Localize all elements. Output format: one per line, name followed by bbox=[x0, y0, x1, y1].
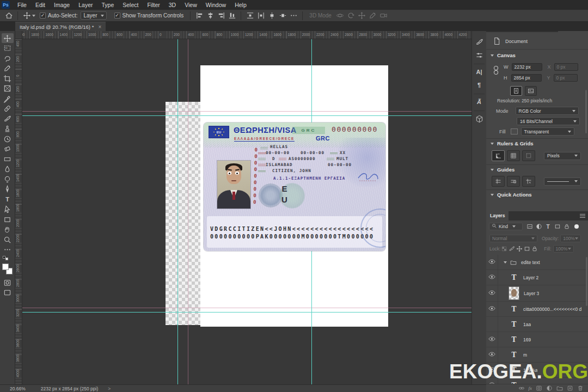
foreground-color-swatch[interactable] bbox=[2, 264, 9, 270]
ruler-origin-corner[interactable] bbox=[15, 31, 22, 39]
lock-guides-icon[interactable] bbox=[507, 176, 520, 187]
shape-tool[interactable] bbox=[2, 215, 14, 224]
quick-selection-tool[interactable] bbox=[2, 64, 14, 74]
toggle-guides-icon[interactable] bbox=[492, 176, 505, 187]
brush-tool[interactable] bbox=[2, 114, 14, 124]
bit-depth-dropdown[interactable]: 16 Bits/Channel bbox=[517, 117, 580, 125]
menu-item[interactable]: 3D bbox=[164, 0, 180, 10]
default-colors-icon[interactable] bbox=[3, 256, 8, 260]
pen-tool[interactable] bbox=[2, 185, 14, 194]
eyedropper-tool[interactable] bbox=[2, 94, 14, 103]
layer-style-icon[interactable]: fx bbox=[529, 385, 532, 391]
filter-shape-layers-icon[interactable] bbox=[553, 223, 562, 230]
vertical-ruler[interactable]: 4002000200400600800100012001400160018002… bbox=[15, 39, 22, 384]
align-left-icon[interactable] bbox=[194, 11, 205, 21]
document-tab[interactable]: Italy id.psd @ 20.7% (RGB/16) * × bbox=[15, 22, 106, 31]
quick-mask-icon[interactable] bbox=[2, 278, 14, 287]
group-expand-chevron-icon[interactable] bbox=[504, 261, 507, 264]
toggle-grid-icon[interactable] bbox=[507, 150, 520, 161]
layers-scrollbar[interactable] bbox=[586, 257, 587, 306]
layers-panel-menu-icon[interactable] bbox=[580, 214, 585, 218]
auto-select-checkbox[interactable]: ✓ bbox=[40, 13, 46, 19]
lock-artboard-icon[interactable] bbox=[523, 245, 531, 253]
visibility-eye-empty[interactable] bbox=[486, 317, 498, 332]
fill-dropdown[interactable]: Transparent bbox=[521, 127, 574, 136]
lock-transparency-icon[interactable] bbox=[500, 245, 508, 253]
menu-item[interactable]: Help bbox=[230, 0, 251, 10]
menu-item[interactable]: Layer bbox=[74, 0, 97, 10]
link-layers-icon[interactable] bbox=[518, 385, 525, 391]
menu-item[interactable]: View bbox=[180, 0, 201, 10]
new-layer-icon[interactable] bbox=[567, 385, 573, 391]
delete-layer-icon[interactable] bbox=[577, 385, 584, 391]
landscape-orientation-icon[interactable] bbox=[525, 86, 537, 96]
lasso-tool[interactable] bbox=[2, 53, 14, 63]
height-field[interactable]: 2854 px bbox=[511, 74, 542, 82]
zoom-tool[interactable] bbox=[2, 235, 14, 244]
layer-row-group[interactable]: edite text bbox=[486, 255, 588, 270]
toolbar-collapse-icon[interactable]: » bbox=[0, 44, 7, 53]
portrait-orientation-icon[interactable] bbox=[510, 86, 522, 96]
units-dropdown[interactable]: Pixels bbox=[544, 152, 581, 160]
layer-row[interactable]: T 169 bbox=[486, 332, 588, 347]
dodge-tool[interactable] bbox=[2, 174, 14, 184]
distribute-vertical-icon[interactable] bbox=[255, 11, 266, 21]
canvas-section-header[interactable]: Canvas bbox=[486, 52, 588, 58]
menu-item[interactable]: Type bbox=[97, 0, 118, 10]
menu-item[interactable]: Image bbox=[50, 0, 74, 10]
guide-style-dropdown[interactable] bbox=[544, 177, 581, 186]
filter-pixel-layers-icon[interactable] bbox=[525, 223, 534, 230]
layer-row[interactable]: Layer 3 bbox=[486, 285, 588, 302]
menu-item[interactable]: Filter bbox=[143, 0, 164, 10]
visibility-eye-icon[interactable] bbox=[486, 270, 498, 285]
gradient-tool[interactable] bbox=[2, 154, 14, 164]
clone-stamp-tool[interactable] bbox=[2, 124, 14, 134]
visibility-eye-icon[interactable] bbox=[486, 347, 498, 362]
move-tool-option-icon[interactable] bbox=[21, 11, 32, 21]
crop-tool[interactable] bbox=[2, 74, 14, 83]
zoom-level[interactable]: 20.66% bbox=[10, 386, 26, 391]
adjustment-layer-icon[interactable] bbox=[546, 385, 553, 391]
guides-header[interactable]: Guides bbox=[486, 167, 588, 173]
color-swatches[interactable] bbox=[2, 264, 14, 278]
healing-brush-tool[interactable] bbox=[2, 104, 14, 114]
menu-item[interactable]: File bbox=[13, 0, 31, 10]
3d-panel-icon[interactable] bbox=[473, 113, 486, 125]
filter-adjustment-layers-icon[interactable] bbox=[534, 223, 543, 230]
horizontal-ruler[interactable]: 2000180016001400120010008006004002000200… bbox=[15, 31, 471, 39]
distribute-middle-icon[interactable] bbox=[277, 11, 288, 21]
blur-tool[interactable] bbox=[2, 164, 14, 174]
distribute-top-icon[interactable] bbox=[266, 11, 277, 21]
distribute-horizontal-icon[interactable] bbox=[244, 11, 255, 21]
align-bottom-icon[interactable] bbox=[226, 11, 237, 21]
menu-item[interactable]: Select bbox=[118, 0, 143, 10]
toggle-snap-icon[interactable] bbox=[522, 150, 535, 161]
paragraph-panel-icon[interactable]: ¶ bbox=[473, 79, 486, 91]
character-panel-icon[interactable]: A| bbox=[473, 66, 486, 78]
kind-filter-dropdown[interactable]: Kind bbox=[489, 223, 523, 230]
color-mode-dropdown[interactable]: RGB Color bbox=[516, 107, 579, 115]
rulers-grids-header[interactable]: Rulers & Grids bbox=[486, 140, 588, 146]
edit-toolbar-icon[interactable] bbox=[2, 245, 14, 255]
glyphs-panel-icon[interactable]: Ã bbox=[473, 96, 486, 108]
screen-mode-icon[interactable] bbox=[2, 288, 14, 298]
tool-preset-caret-icon[interactable] bbox=[32, 15, 35, 17]
layer-row[interactable]: T citta0000000...<<<<<<<<0 d bbox=[486, 302, 588, 317]
mixer-panel-icon[interactable] bbox=[473, 49, 486, 61]
new-group-icon[interactable] bbox=[556, 385, 563, 391]
lock-position-icon[interactable] bbox=[516, 245, 523, 253]
close-tab-icon[interactable]: × bbox=[98, 24, 101, 30]
properties-scrollbar[interactable] bbox=[585, 90, 587, 133]
align-right-icon[interactable] bbox=[216, 11, 226, 21]
frame-tool[interactable] bbox=[2, 84, 14, 94]
type-tool[interactable]: T bbox=[2, 194, 14, 204]
quick-actions-header[interactable]: Quick Actions bbox=[486, 192, 588, 198]
menu-item[interactable]: Edit bbox=[31, 0, 50, 10]
canvas-area[interactable]: EU ΘΕΩΡΗΣΗ/VISA GRC 000000000 ΕΛΛΑΔΑ/GRE… bbox=[22, 39, 471, 384]
status-chevron-icon[interactable]: > bbox=[108, 386, 111, 391]
lock-all-icon[interactable] bbox=[531, 245, 538, 253]
visibility-eye-icon[interactable] bbox=[486, 285, 498, 301]
layer-row[interactable]: T Layer 2 bbox=[486, 270, 588, 285]
lock-pixels-icon[interactable] bbox=[508, 245, 516, 253]
filter-smart-objects-icon[interactable] bbox=[562, 223, 571, 230]
